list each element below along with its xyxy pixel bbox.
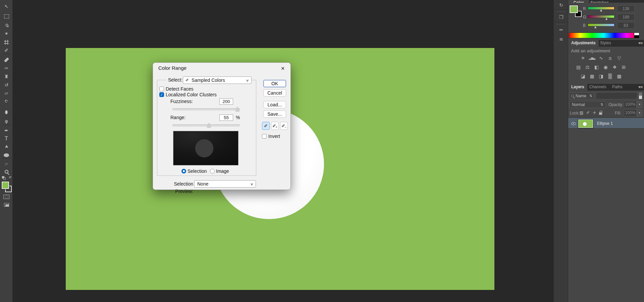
filter-type-dropdown[interactable]: Name ⇅	[569, 92, 594, 99]
brush-presets-panel-button[interactable]: ≋	[554, 35, 569, 44]
layer-visibility-eye-icon[interactable]	[571, 122, 576, 125]
screen-mode-button[interactable]	[0, 201, 13, 208]
hand-tool[interactable]: ☞	[0, 160, 13, 168]
type-tool[interactable]: T	[0, 135, 13, 142]
black-white-icon[interactable]: ◧	[593, 64, 600, 70]
fill-value[interactable]: 100%	[624, 109, 637, 116]
crop-tool[interactable]	[0, 39, 13, 46]
brush-tool-icon: ✑	[4, 66, 8, 70]
dodge-tool[interactable]: φ	[0, 117, 13, 125]
history-brush-tool[interactable]: ↺	[0, 81, 13, 89]
panel-menu-icon[interactable]: ▾≡	[638, 85, 643, 89]
pen-tool[interactable]: ✒	[0, 127, 13, 134]
select-dropdown[interactable]: ✐ Sampled Colors ∨	[183, 77, 252, 84]
load-button[interactable]: Load...	[263, 101, 286, 108]
selection-preview-dropdown[interactable]: None ∨	[194, 180, 256, 188]
subtract-from-sample-eyedropper-button[interactable]: ✐−	[280, 122, 288, 130]
brightness-contrast-icon[interactable]: ☀	[580, 55, 586, 61]
healing-brush-tool[interactable]	[0, 56, 13, 63]
opacity-dropdown-button[interactable]: ▾	[637, 101, 642, 108]
lock-paint-icon[interactable]: ✐	[586, 110, 590, 115]
posterize-icon[interactable]: ▦	[589, 73, 595, 79]
threshold-icon[interactable]: ◨	[598, 73, 604, 79]
fill-dropdown-button[interactable]: ▾	[637, 109, 642, 116]
layer-row-ellipse-1[interactable]: Ellipse 1	[568, 118, 644, 129]
photo-filter-icon[interactable]: ◉	[602, 64, 609, 70]
range-slider[interactable]	[172, 124, 240, 126]
color-lookup-icon[interactable]: ⊞	[621, 64, 627, 70]
curves-icon[interactable]: ∿	[598, 55, 604, 61]
brush-panel-button[interactable]: ✏	[554, 26, 569, 34]
selection-radio[interactable]	[181, 169, 186, 173]
green-channel-value[interactable]: 189	[617, 14, 635, 20]
panel-foreground-swatch[interactable]	[570, 5, 578, 13]
move-tool[interactable]: ↖	[0, 3, 13, 10]
tab-paths[interactable]: Paths	[609, 84, 626, 91]
blur-tool[interactable]: ⬮	[0, 108, 13, 116]
layer-thumbnail[interactable]	[578, 119, 593, 128]
tab-channels[interactable]: Channels	[586, 84, 609, 91]
tab-swatches[interactable]: Swatches	[590, 1, 609, 3]
invert-checkbox[interactable]	[262, 134, 267, 139]
vibrance-icon[interactable]: ▽	[616, 55, 623, 61]
eyedropper-tool[interactable]: ✐	[0, 47, 13, 54]
spectrum-end-swatches[interactable]	[634, 33, 639, 38]
red-slider-thumb[interactable]: ▲	[600, 9, 602, 12]
invert-adjustment-icon[interactable]: ◪	[580, 73, 586, 79]
tab-color[interactable]: Color	[568, 0, 589, 3]
range-value-field[interactable]: 55	[219, 114, 233, 121]
blue-slider-thumb[interactable]: ▲	[594, 26, 596, 29]
green-slider-thumb[interactable]: ▲	[605, 17, 607, 20]
channel-mixer-icon[interactable]: ❖	[611, 64, 618, 70]
clone-stamp-tool[interactable]: ♜	[0, 73, 13, 80]
magic-wand-tool[interactable]: ✶	[0, 30, 13, 37]
tab-adjustments[interactable]: Adjustments	[568, 40, 599, 47]
levels-icon[interactable]: ▂▅▃	[589, 55, 595, 61]
history-panel-button[interactable]: ↻	[554, 1, 569, 9]
panel-menu-icon[interactable]: ▾≡	[638, 41, 643, 45]
detect-faces-checkbox[interactable]	[159, 87, 164, 91]
red-channel-value[interactable]: 138	[617, 5, 635, 12]
exposure-icon[interactable]: ±	[607, 55, 613, 61]
layer-name[interactable]: Ellipse 1	[597, 121, 613, 126]
lock-transparency-icon[interactable]: ▨	[580, 110, 583, 115]
tab-styles[interactable]: Styles	[597, 40, 614, 47]
foreground-color-swatch[interactable]	[2, 182, 9, 189]
color-balance-icon[interactable]: ⚖	[584, 64, 591, 70]
ok-button[interactable]: OK	[263, 80, 286, 87]
blue-channel-value[interactable]: 83	[617, 22, 635, 29]
path-select-tool[interactable]: ➤	[0, 143, 13, 150]
localized-color-clusters-checkbox[interactable]: ✓	[159, 92, 164, 97]
hue-saturation-icon[interactable]: ▤	[575, 64, 582, 70]
brush-tool[interactable]: ✑	[0, 64, 13, 72]
tab-layers[interactable]: Layers	[568, 84, 587, 91]
swap-colors-button[interactable]: ⇄	[1, 175, 11, 180]
layer-filter-toggle[interactable]	[639, 92, 642, 99]
lock-all-icon[interactable]	[599, 112, 602, 115]
blend-mode-dropdown[interactable]: Normal ⇅	[569, 101, 606, 108]
marquee-tool[interactable]	[0, 13, 13, 20]
ellipse-tool[interactable]	[0, 151, 13, 159]
fuzziness-slider[interactable]	[172, 108, 240, 110]
add-to-sample-eyedropper-button[interactable]: ✐+	[271, 122, 279, 130]
cancel-button[interactable]: Cancel	[263, 89, 286, 97]
green-channel-slider[interactable]	[588, 15, 614, 18]
blue-channel-slider[interactable]	[588, 23, 614, 27]
save-button[interactable]: Save...	[263, 110, 286, 118]
filter-search-field[interactable]	[596, 92, 637, 99]
fuzziness-value-field[interactable]: 200	[219, 98, 233, 105]
eraser-tool[interactable]: ▱	[0, 89, 13, 97]
gradient-map-icon[interactable]: ▒	[607, 73, 613, 79]
color-spectrum-ramp[interactable]	[569, 33, 639, 38]
zoom-tool[interactable]	[0, 168, 13, 175]
quick-mask-button[interactable]	[0, 193, 13, 200]
image-radio[interactable]	[210, 169, 215, 173]
lock-position-icon[interactable]: ✛	[593, 110, 596, 115]
opacity-value[interactable]: 100%	[624, 101, 637, 108]
lasso-tool[interactable]: ϱ	[0, 21, 13, 29]
selective-color-icon[interactable]: ▩	[616, 73, 623, 79]
paint-bucket-tool[interactable]: ∪	[0, 98, 13, 105]
3d-panel-button[interactable]: ❒	[554, 13, 569, 21]
close-icon[interactable]: ✕	[278, 65, 287, 72]
sample-eyedropper-button[interactable]: ✐	[262, 122, 270, 130]
